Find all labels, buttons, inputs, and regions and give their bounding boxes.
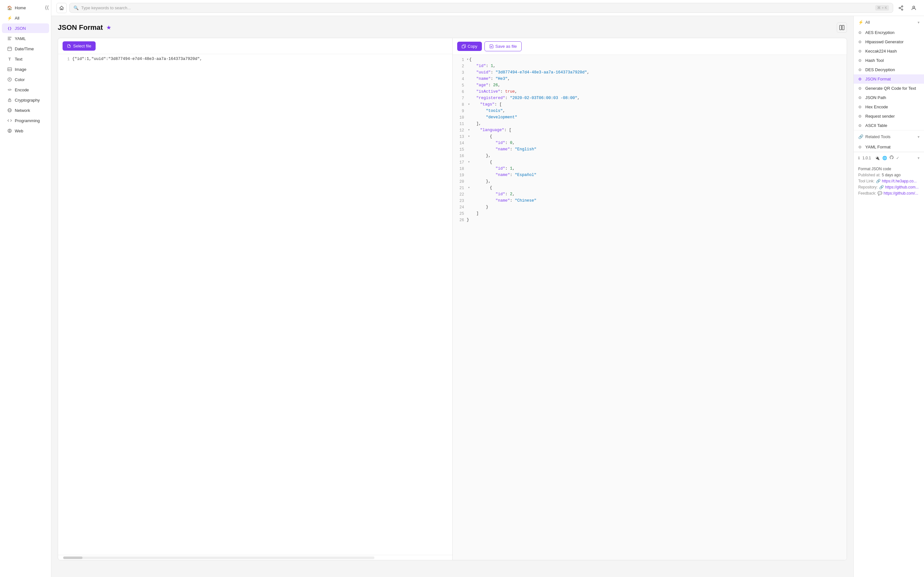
code-line: 6 "isActive": true,	[453, 89, 847, 96]
svg-rect-26	[462, 45, 465, 48]
user-button[interactable]	[909, 3, 919, 13]
tool-link[interactable]: https://t.he3app.co...	[882, 179, 917, 183]
repo-icon: 🔗	[879, 185, 884, 189]
sidebar-item-json[interactable]: {} JSON	[2, 23, 49, 33]
network-icon	[7, 108, 12, 113]
svg-point-19	[901, 9, 903, 10]
layout-toggle[interactable]	[837, 23, 847, 33]
rs-item-ascii[interactable]: ⚙ ASCII Table	[854, 121, 924, 130]
sidebar-item-text[interactable]: T Text	[2, 54, 49, 64]
output-panel: Copy Save as file 1 ▾ {	[453, 38, 847, 560]
code-editor-input[interactable]: 1 {"id":1,"uuid":"3d877494-e7d4-48e3-aa7…	[58, 54, 452, 555]
svg-line-22	[900, 8, 901, 9]
tool-info: Format JSON code Published at: 5 days ag…	[854, 163, 924, 200]
datetime-icon	[7, 46, 12, 51]
sidebar-item-encode[interactable]: Encode	[2, 85, 49, 95]
sidebar-item-label: Programming	[15, 118, 40, 123]
star-button[interactable]: ★	[106, 24, 111, 31]
rs-item-des[interactable]: ⚙ DES Decryption	[854, 65, 924, 74]
editor-container: Select file 1 {"id":1,"uuid":"3d877494-e…	[58, 38, 847, 560]
code-line: 23 "name": "Chinese"	[453, 198, 847, 205]
code-line: 24 }	[453, 205, 847, 211]
repo-label: Repository:	[858, 185, 878, 189]
sidebar-item-programming[interactable]: Programming	[2, 116, 49, 125]
rs-item-yaml-format[interactable]: ⚙ YAML Format	[854, 142, 924, 152]
svg-rect-25	[842, 25, 844, 30]
sidebar-item-label: Date/Time	[15, 47, 34, 51]
horizontal-scrollbar[interactable]	[63, 556, 375, 559]
sidebar-item-home[interactable]: 🏠 Home	[2, 3, 49, 13]
version-number: 1.0.1	[863, 156, 871, 160]
rs-item-json-format[interactable]: ⚙ JSON Format	[854, 74, 924, 84]
copy-button[interactable]: Copy	[457, 42, 482, 51]
rs-item-json-path[interactable]: ⚙ JSON Path	[854, 93, 924, 102]
published-row: Published at: 5 days ago	[858, 173, 919, 177]
yaml-format-icon: ⚙	[858, 145, 863, 149]
related-section-header: 🔗 Related Tools ▾	[854, 131, 924, 142]
sidebar-item-datetime[interactable]: Date/Time	[2, 44, 49, 53]
topbar-actions	[896, 3, 919, 13]
code-line: 10 "development"	[453, 115, 847, 121]
all-section-title: ⚡ All	[858, 20, 870, 25]
select-file-button[interactable]: Select file	[63, 41, 95, 51]
code-line: 14 "id": 0,	[453, 141, 847, 147]
svg-rect-7	[8, 68, 11, 71]
htpasswd-icon: ⚙	[858, 40, 863, 44]
related-section-chevron[interactable]: ▾	[918, 135, 919, 139]
sidebar-item-all[interactable]: ⚡ All	[2, 13, 49, 23]
rs-item-request-sender[interactable]: ⚙ Request sender	[854, 111, 924, 121]
sidebar-item-yaml[interactable]: YAML	[2, 34, 49, 43]
code-line: 20 },	[453, 179, 847, 185]
rs-item-keccak[interactable]: ⚙ Keccak224 Hash	[854, 47, 924, 56]
encode-icon	[7, 87, 12, 92]
sidebar-item-web[interactable]: Web	[2, 126, 49, 135]
tool-link-row: Tool Link: 🔗 https://t.he3app.co...	[858, 179, 919, 183]
published-label: Published at:	[858, 173, 880, 177]
tool-description: Format JSON code	[858, 167, 891, 171]
code-line: 7 "registered": "2020-02-03T06:00:03 -08…	[453, 96, 847, 102]
svg-line-21	[900, 7, 901, 8]
sidebar-item-label: YAML	[15, 36, 26, 41]
code-line: 8 ▾ "tags": [	[453, 102, 847, 109]
rs-item-hex-encode[interactable]: ⚙ Hex Encode	[854, 102, 924, 111]
input-panel-bottom	[58, 555, 452, 560]
sidebar-item-image[interactable]: Image	[2, 64, 49, 74]
all-section-chevron[interactable]: ▾	[918, 20, 919, 25]
rs-item-aes[interactable]: ⚙ AES Encryption	[854, 28, 924, 37]
all-section-header: ⚡ All ▾	[854, 16, 924, 28]
published-value: 5 days ago	[882, 173, 901, 177]
sidebar-item-label: Cryptography	[15, 98, 40, 103]
request-sender-icon: ⚙	[858, 114, 863, 119]
svg-line-11	[9, 89, 10, 91]
search-bar[interactable]: 🔍 Type keywords to search... ⌘ + K	[69, 3, 893, 13]
rs-item-htpasswd[interactable]: ⚙ Htpasswd Generator	[854, 37, 924, 47]
keccak-icon: ⚙	[858, 49, 863, 53]
github-icon	[890, 155, 893, 160]
check-icon: ✓	[896, 156, 899, 160]
feedback-link[interactable]: https://github.com/...	[884, 191, 918, 195]
code-line: 1 ▾ {	[453, 57, 847, 64]
aes-icon: ⚙	[858, 31, 863, 35]
share-button[interactable]	[896, 3, 906, 13]
sidebar-item-crypto[interactable]: Cryptography	[2, 95, 49, 105]
svg-point-23	[913, 6, 915, 8]
image-icon	[7, 67, 12, 72]
sidebar-item-network[interactable]: Network	[2, 105, 49, 115]
sidebar-toggle[interactable]: ⟨⟨	[45, 5, 49, 11]
code-line: 21 ▾ {	[453, 185, 847, 192]
home-icon: 🏠	[7, 5, 12, 10]
feedback-icon: 💬	[877, 191, 882, 195]
web-icon	[7, 128, 12, 133]
home-button[interactable]	[57, 3, 67, 13]
repo-link[interactable]: https://github.com...	[885, 185, 919, 189]
version-chevron[interactable]: ▾	[918, 156, 919, 160]
sidebar: ⟨⟨ 🏠 Home ⚡ All {} JSON YAML Date/Time T…	[0, 0, 51, 577]
related-icon: 🔗	[858, 134, 863, 139]
rs-item-hash[interactable]: ⚙ Hash Tool	[854, 56, 924, 65]
sidebar-item-color[interactable]: Color	[2, 75, 49, 84]
rs-item-qr[interactable]: ⚙ Generate QR Code for Text	[854, 84, 924, 93]
svg-rect-0	[8, 37, 11, 37]
save-as-file-button[interactable]: Save as file	[485, 41, 522, 51]
code-line: 19 "name": "Español"	[453, 173, 847, 179]
crypto-icon	[7, 97, 12, 103]
